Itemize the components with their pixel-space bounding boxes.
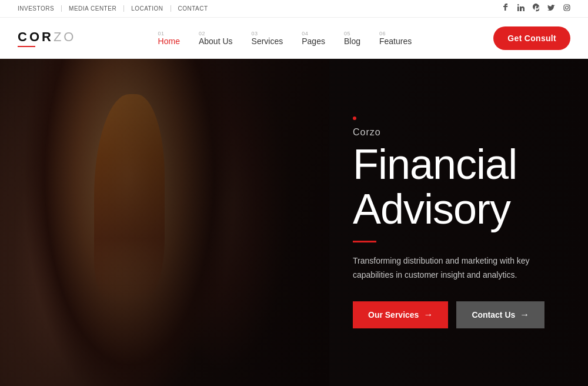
nav-label-features: Features [379, 36, 412, 46]
nav-item-services[interactable]: 03 Services [252, 31, 283, 46]
get-consult-button[interactable]: Get Consult [493, 26, 570, 50]
nav-num-services: 03 [252, 31, 258, 36]
nav-links: 01 Home 02 About Us 03 Services 04 Pages… [158, 31, 412, 46]
nav-num-home: 01 [158, 31, 165, 36]
navbar: CORZO 01 Home 02 About Us 03 Services 04… [0, 18, 588, 59]
nav-label-pages: Pages [302, 36, 325, 46]
nav-item-features[interactable]: 06 Features [379, 31, 412, 46]
nav-label-home: Home [158, 36, 180, 46]
svg-point-3 [566, 6, 569, 9]
nav-num-blog: 05 [344, 31, 350, 36]
hero-content: Corzo Financial Advisory Transforming di… [353, 117, 553, 328]
our-services-label: Our Services [368, 310, 419, 320]
logo-underline [18, 46, 35, 47]
hero-title: Financial Advisory [353, 142, 553, 231]
contact-us-button[interactable]: Contact Us → [456, 301, 544, 328]
contact-us-label: Contact Us [472, 310, 515, 320]
contact-arrow-icon: → [520, 310, 529, 320]
topbar-link-media[interactable]: MEDIA CENTER [62, 5, 124, 12]
topbar-link-contact[interactable]: CONTACT [171, 5, 215, 12]
instagram-icon[interactable] [563, 4, 570, 13]
top-bar-links: INVESTORS MEDIA CENTER LOCATION CONTACT [18, 5, 215, 12]
twitter-icon[interactable] [547, 5, 555, 13]
hero-buttons: Our Services → Contact Us → [353, 301, 553, 328]
hero-brand: Corzo [353, 127, 553, 138]
our-services-button[interactable]: Our Services → [353, 301, 448, 328]
nav-num-features: 06 [379, 31, 386, 36]
hero-section: Corzo Financial Advisory Transforming di… [0, 59, 588, 386]
linkedin-icon[interactable] [517, 4, 524, 13]
svg-point-1 [517, 4, 519, 6]
nav-num-about: 02 [199, 31, 205, 36]
topbar-link-location[interactable]: LOCATION [124, 5, 171, 12]
topbar-link-investors[interactable]: INVESTORS [18, 5, 62, 12]
top-bar-socials [503, 4, 570, 14]
services-arrow-icon: → [423, 310, 433, 320]
logo-cor: COR [18, 29, 54, 44]
svg-rect-2 [564, 5, 570, 11]
logo-zo: ZO [54, 29, 76, 44]
hero-divider [353, 241, 376, 242]
hero-description: Transforming distribution and marketing … [353, 254, 553, 282]
nav-item-blog[interactable]: 05 Blog [344, 31, 360, 46]
hero-title-line2: Advisory [353, 185, 510, 232]
svg-point-4 [568, 5, 569, 6]
nav-item-home[interactable]: 01 Home [158, 31, 180, 46]
pinterest-icon[interactable] [533, 4, 539, 14]
nav-item-about[interactable]: 02 About Us [199, 31, 233, 46]
nav-label-about: About Us [199, 36, 233, 46]
hero-title-line1: Financial [353, 141, 517, 188]
hero-accent-dot [353, 117, 356, 120]
nav-label-services: Services [252, 36, 283, 46]
nav-num-pages: 04 [302, 31, 308, 36]
nav-item-pages[interactable]: 04 Pages [302, 31, 325, 46]
logo: CORZO [18, 29, 76, 45]
facebook-icon[interactable] [503, 4, 509, 14]
svg-rect-0 [517, 6, 519, 11]
nav-label-blog: Blog [344, 36, 360, 46]
logo-container[interactable]: CORZO [18, 29, 76, 47]
top-bar: INVESTORS MEDIA CENTER LOCATION CONTACT [0, 0, 588, 18]
